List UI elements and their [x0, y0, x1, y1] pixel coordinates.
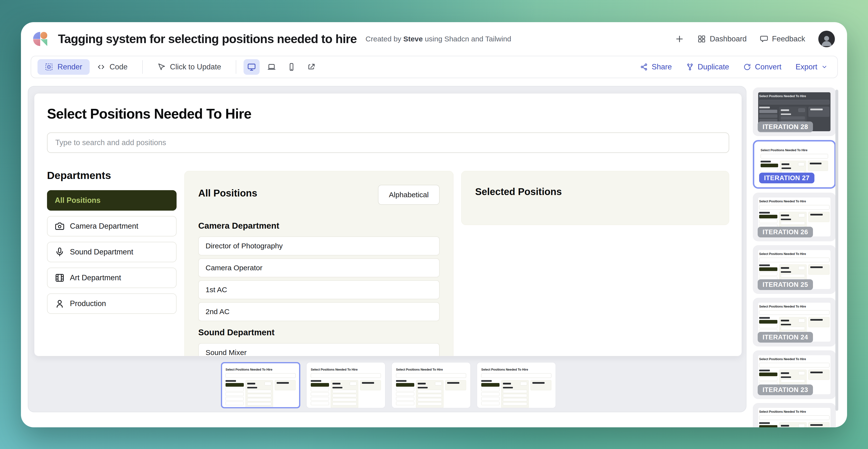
version-thumbnail-2[interactable]: Select Positions Needed To Hire — [306, 362, 385, 408]
duplicate-button[interactable]: Duplicate — [686, 63, 729, 71]
camera-icon — [55, 221, 65, 231]
phone-view-button[interactable] — [283, 59, 300, 75]
sort-alphabetical-button[interactable]: Alphabetical — [378, 185, 440, 205]
fork-icon — [686, 63, 694, 71]
version-thumbnail-strip: Select Positions Needed To HireSelect Po… — [221, 362, 556, 408]
iteration-card-partial[interactable]: Select Positions Needed To Hire — [753, 403, 836, 427]
position-item-sound-mixer[interactable]: Sound Mixer — [198, 343, 440, 356]
mini-app-preview: Select Positions Needed To Hire — [310, 366, 382, 405]
page-title: Tagging system for selecting positions n… — [58, 32, 357, 46]
app-window: Tagging system for selecting positions n… — [21, 22, 847, 427]
mini-app-preview: Select Positions Needed To Hire — [758, 408, 831, 427]
desktop-background: Tagging system for selecting positions n… — [0, 0, 868, 449]
code-icon — [97, 63, 105, 71]
convert-refresh-icon — [743, 63, 751, 71]
plus-icon[interactable] — [675, 34, 684, 44]
iteration-card-iteration-28[interactable]: Select Positions Needed To HireITERATION… — [753, 88, 836, 136]
monitor-icon — [247, 63, 256, 71]
chevron-down-icon — [821, 64, 828, 70]
convert-label: Convert — [755, 63, 781, 71]
iteration-badge: ITERATION 23 — [758, 384, 813, 395]
render-canvas: Select Positions Needed To Hire Departme… — [28, 86, 746, 412]
iteration-card-iteration-24[interactable]: Select Positions Needed To HireITERATION… — [753, 298, 836, 347]
grid-icon — [698, 35, 706, 43]
iteration-card-iteration-27[interactable]: Select Positions Needed To HireITERATION… — [753, 140, 836, 189]
department-button-all-positions[interactable]: All Positions — [47, 190, 177, 211]
iteration-badge: ITERATION 24 — [758, 332, 813, 343]
code-label: Code — [110, 63, 128, 71]
department-button-production[interactable]: Production — [47, 293, 177, 314]
department-button-camera-department[interactable]: Camera Department — [47, 216, 177, 236]
click-to-update-button[interactable]: Click to Update — [150, 59, 228, 75]
department-label: Camera Department — [70, 222, 138, 231]
app-logo-icon — [33, 32, 47, 46]
toolbar: Render Code Click to Update — [31, 56, 838, 78]
convert-button[interactable]: Convert — [743, 63, 781, 71]
iteration-thumbnail: Select Positions Needed To Hire — [758, 408, 831, 427]
toolbar-divider — [236, 60, 236, 74]
render-label: Render — [58, 63, 82, 71]
position-item-1st-ac[interactable]: 1st AC — [198, 280, 440, 299]
person-icon — [55, 299, 65, 309]
created-by-suffix: using Shadcn and Tailwind — [425, 35, 511, 43]
film-icon — [55, 273, 65, 283]
created-by-text: Created by Steve using Shadcn and Tailwi… — [366, 35, 511, 43]
department-list: All PositionsCamera DepartmentSound Depa… — [47, 190, 177, 314]
feedback-label: Feedback — [772, 35, 805, 43]
dashboard-button[interactable]: Dashboard — [698, 35, 747, 43]
iteration-card-iteration-26[interactable]: Select Positions Needed To HireITERATION… — [753, 193, 836, 241]
share-button[interactable]: Share — [640, 63, 672, 71]
position-group-heading: Camera Department — [198, 221, 440, 231]
export-button[interactable]: Export — [796, 63, 828, 71]
microphone-icon — [55, 247, 65, 257]
render-frame-icon — [45, 63, 53, 71]
search-input[interactable] — [47, 132, 729, 153]
department-label: Art Department — [70, 274, 121, 282]
position-item-director-of-photography[interactable]: Director of Photography — [198, 236, 440, 255]
duplicate-label: Duplicate — [698, 63, 729, 71]
render-tab[interactable]: Render — [37, 59, 90, 75]
version-thumbnail-4[interactable]: Select Positions Needed To Hire — [476, 362, 556, 408]
department-label: Sound Department — [70, 248, 133, 256]
laptop-view-button[interactable] — [264, 59, 280, 75]
avatar[interactable] — [818, 31, 835, 47]
selected-positions-panel: Selected Positions — [461, 171, 729, 225]
click-to-update-label: Click to Update — [170, 63, 221, 71]
all-positions-heading: All Positions — [198, 188, 257, 199]
toolbar-divider — [142, 60, 143, 74]
departments-heading: Departments — [47, 169, 177, 182]
mini-app-preview: Select Positions Needed To Hire — [480, 366, 552, 405]
iteration-card-iteration-25[interactable]: Select Positions Needed To HireITERATION… — [753, 245, 836, 294]
version-thumbnail-1[interactable]: Select Positions Needed To Hire — [221, 362, 300, 408]
selected-positions-heading: Selected Positions — [475, 186, 715, 197]
window-header: Tagging system for selecting positions n… — [21, 22, 847, 56]
iteration-badge: ITERATION 27 — [759, 173, 814, 183]
mini-app-preview: Select Positions Needed To Hire — [224, 366, 297, 405]
department-button-art-department[interactable]: Art Department — [47, 267, 177, 288]
created-by-prefix: Created by — [366, 35, 401, 43]
departments-panel: Departments All PositionsCamera Departme… — [47, 169, 177, 319]
iterations-sidebar: Select Positions Needed To HireITERATION… — [753, 88, 836, 427]
toolbar-actions: Share Duplicate Convert Export — [640, 63, 831, 71]
mini-app-preview: Select Positions Needed To Hire — [395, 366, 467, 405]
desktop-view-button[interactable] — [244, 59, 259, 75]
feedback-button[interactable]: Feedback — [760, 35, 805, 43]
open-in-new-window-button[interactable] — [304, 59, 319, 75]
iteration-badge: ITERATION 25 — [758, 279, 813, 290]
sidebar-scrollbar[interactable] — [835, 90, 838, 411]
preview-heading: Select Positions Needed To Hire — [47, 106, 251, 122]
cursor-icon — [157, 63, 165, 71]
department-label: Production — [70, 299, 106, 308]
position-groups: Camera DepartmentDirector of Photography… — [198, 221, 440, 356]
export-label: Export — [796, 63, 817, 71]
phone-icon — [287, 63, 296, 71]
share-icon — [640, 63, 648, 71]
position-item-camera-operator[interactable]: Camera Operator — [198, 258, 440, 277]
department-button-sound-department[interactable]: Sound Department — [47, 242, 177, 262]
code-tab[interactable]: Code — [90, 59, 135, 75]
app-preview-card: Select Positions Needed To Hire Departme… — [34, 93, 742, 356]
dashboard-label: Dashboard — [710, 35, 747, 43]
iteration-card-iteration-23[interactable]: Select Positions Needed To HireITERATION… — [753, 350, 836, 399]
position-item-2nd-ac[interactable]: 2nd AC — [198, 302, 440, 321]
version-thumbnail-3[interactable]: Select Positions Needed To Hire — [392, 362, 471, 408]
